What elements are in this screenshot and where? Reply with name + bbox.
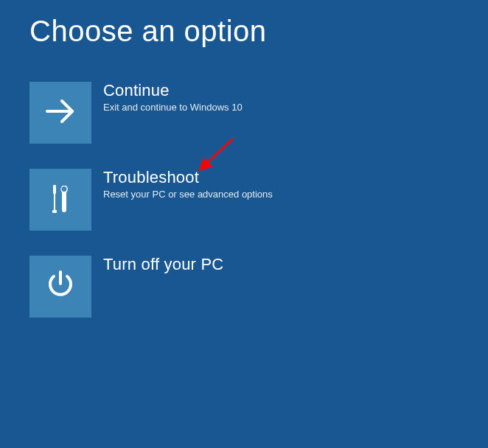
page-title: Choose an option <box>0 0 488 48</box>
continue-description: Exit and continue to Windows 10 <box>103 102 243 113</box>
turnoff-tile <box>29 256 91 318</box>
arrow-right-icon <box>43 94 78 132</box>
svg-rect-1 <box>53 185 56 194</box>
troubleshoot-option[interactable]: Troubleshoot Reset your PC or see advanc… <box>29 169 488 231</box>
troubleshoot-tile <box>29 169 91 231</box>
troubleshoot-title: Troubleshoot <box>103 169 273 186</box>
power-icon <box>43 267 78 306</box>
options-list: Continue Exit and continue to Windows 10 <box>29 82 488 318</box>
svg-rect-3 <box>52 210 57 213</box>
continue-tile <box>29 82 91 144</box>
turnoff-title: Turn off your PC <box>103 256 223 273</box>
continue-option[interactable]: Continue Exit and continue to Windows 10 <box>29 82 488 144</box>
troubleshoot-text: Troubleshoot Reset your PC or see advanc… <box>103 169 273 200</box>
troubleshoot-description: Reset your PC or see advanced options <box>103 189 273 200</box>
tools-icon <box>43 181 78 219</box>
turnoff-option[interactable]: Turn off your PC <box>29 256 488 318</box>
turnoff-text: Turn off your PC <box>103 256 223 276</box>
continue-text: Continue Exit and continue to Windows 10 <box>103 82 243 113</box>
svg-point-4 <box>63 187 66 190</box>
svg-rect-2 <box>54 194 55 210</box>
continue-title: Continue <box>103 82 243 99</box>
